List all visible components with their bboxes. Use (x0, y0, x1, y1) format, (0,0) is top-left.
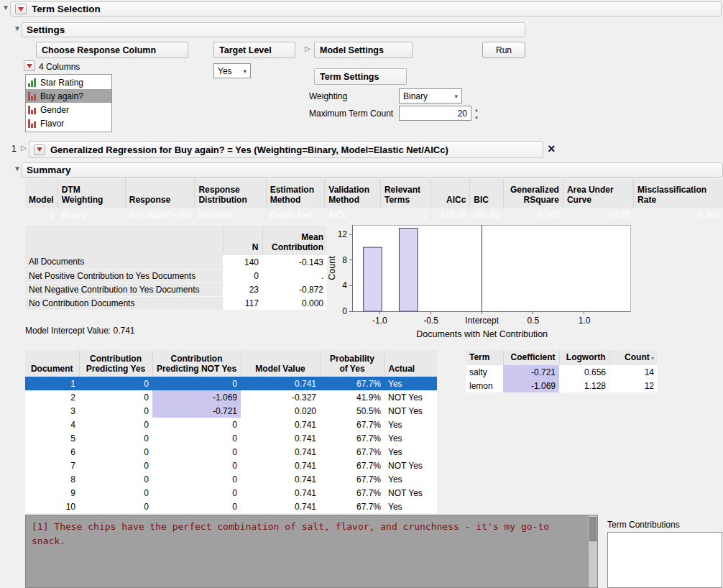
term-cell[interactable]: 14 (609, 365, 658, 379)
document-row[interactable]: 6000.74167.7%Yes (25, 445, 437, 459)
document-cell[interactable]: 0 (79, 377, 152, 390)
summary-cell[interactable]: Binary (57, 208, 125, 221)
document-cell[interactable]: 0 (79, 500, 152, 513)
term-cell[interactable]: 0.656 (559, 365, 609, 379)
term-selection-menu-button[interactable] (15, 4, 27, 14)
document-row[interactable]: 30-0.7210.02050.5%NOT Yes (25, 404, 437, 418)
contribution-cell[interactable]: 140 (223, 255, 262, 269)
column-list-item-gender[interactable]: Gender (26, 103, 111, 116)
term-cell[interactable]: -0.721 (503, 365, 559, 379)
document-cell[interactable]: -0.721 (152, 404, 241, 418)
document-cell[interactable]: 67.7% (320, 459, 384, 472)
document-cell[interactable]: 50.5% (320, 404, 384, 418)
settings-disclosure-triangle[interactable]: ▼ (14, 25, 21, 32)
contribution-cell[interactable]: 0.000 (262, 296, 327, 310)
document-cell[interactable]: 0.741 (241, 431, 320, 445)
document-cell[interactable]: 41.9% (320, 390, 384, 404)
document-cell[interactable]: 67.7% (320, 431, 384, 445)
contribution-row[interactable]: All Documents140-0.143 (25, 255, 327, 269)
document-cell[interactable]: Yes (384, 445, 437, 459)
document-cell[interactable]: 67.7% (320, 472, 384, 486)
term-row[interactable]: salty-0.7210.65614 (466, 365, 658, 379)
spinner-down-button[interactable]: ▾ (472, 114, 481, 121)
contribution-row[interactable]: Net Positive Contribution to Yes Documen… (25, 269, 327, 282)
document-cell[interactable]: 0 (79, 486, 152, 500)
term-cell[interactable]: lemon (466, 379, 503, 392)
document-cell[interactable]: 0.741 (241, 445, 320, 459)
document-row[interactable]: 8000.74167.7%Yes (25, 472, 437, 486)
document-cell[interactable]: 0 (79, 418, 152, 431)
document-row[interactable]: 4000.74167.7%Yes (25, 418, 437, 431)
term-column-header[interactable]: Logworth (559, 350, 609, 365)
document-cell[interactable]: NOT Yes (384, 404, 437, 418)
column-list-item-flavor[interactable]: Flavor (26, 116, 111, 130)
document-cell[interactable]: 0.741 (241, 472, 320, 486)
document-cell[interactable]: -1.069 (152, 390, 241, 404)
close-button[interactable]: × (548, 142, 556, 155)
column-list-item-buy-again[interactable]: Buy again? (26, 89, 111, 103)
summary-cell[interactable]: Buy again?=Yes (125, 208, 195, 221)
document-cell[interactable]: 0 (79, 404, 152, 418)
document-cell[interactable]: 67.7% (320, 377, 384, 390)
document-cell[interactable]: 0 (152, 377, 241, 390)
document-cell[interactable]: 67.7% (320, 486, 384, 500)
summary-cell[interactable]: 0.300 (634, 208, 723, 221)
run-button[interactable]: Run (482, 42, 525, 58)
document-cell[interactable]: 0 (79, 459, 152, 472)
model-settings-disclosure-triangle[interactable]: ▷ (305, 45, 310, 52)
spinner-up-button[interactable]: ▴ (472, 106, 481, 114)
document-cell[interactable]: 2 (25, 390, 79, 404)
document-cell[interactable]: 0.741 (241, 486, 320, 500)
document-row[interactable]: 20-1.069-0.32741.9%NOT Yes (25, 390, 437, 404)
term-cell[interactable]: salty (466, 365, 503, 379)
contribution-cell[interactable]: No Contribution Documents (25, 296, 223, 310)
document-cell[interactable]: 67.7% (320, 500, 384, 513)
document-cell[interactable]: 6 (25, 445, 79, 459)
term-column-header[interactable]: Term (466, 350, 503, 365)
document-cell[interactable]: Yes (384, 431, 437, 445)
contribution-cell[interactable]: 0 (223, 269, 262, 282)
document-cell[interactable]: NOT Yes (384, 486, 437, 500)
document-cell[interactable]: NOT Yes (384, 459, 437, 472)
document-text-area[interactable]: [1] These chips have the perfect combina… (25, 515, 598, 588)
contribution-cell[interactable]: Net Negative Contribution to Yes Documen… (25, 282, 223, 296)
term-column-header[interactable]: Count ▾ (609, 350, 658, 365)
document-cell[interactable]: Yes (384, 472, 437, 486)
document-cell[interactable]: 5 (25, 431, 79, 445)
vertical-scrollbar[interactable] (588, 515, 597, 587)
document-cell[interactable]: 0 (152, 472, 241, 486)
document-cell[interactable]: 67.7% (320, 418, 384, 431)
histogram-bar[interactable] (399, 228, 418, 311)
document-cell[interactable]: 0 (152, 418, 241, 431)
summary-disclosure-triangle[interactable]: ▼ (14, 165, 21, 173)
document-cell[interactable]: 0.741 (241, 459, 320, 472)
document-cell[interactable]: 0 (152, 445, 241, 459)
document-row[interactable]: 10000.74167.7%Yes (25, 500, 437, 513)
document-row[interactable]: 5000.74167.7%Yes (25, 431, 437, 445)
summary-cell[interactable]: 1 (25, 208, 57, 221)
document-cell[interactable]: 0.020 (241, 404, 320, 418)
document-cell[interactable]: 0 (79, 445, 152, 459)
contribution-cell[interactable]: . (262, 269, 327, 282)
contribution-row[interactable]: Net Negative Contribution to Yes Documen… (25, 282, 327, 296)
term-cell[interactable]: 1.128 (559, 379, 609, 392)
term-cell[interactable]: 12 (609, 379, 658, 392)
contribution-cell[interactable]: All Documents (25, 255, 223, 269)
document-cell[interactable]: 3 (25, 404, 79, 418)
document-cell[interactable]: 1 (25, 377, 79, 390)
regression-disclosure-triangle[interactable]: ▷ (21, 144, 27, 152)
document-row[interactable]: 9000.74167.7%NOT Yes (25, 486, 437, 500)
contribution-cell[interactable]: 23 (223, 282, 262, 296)
sort-indicator-icon[interactable]: ▾ (650, 355, 654, 362)
document-row[interactable]: 1000.74167.7%Yes (25, 377, 437, 390)
contribution-cell[interactable]: -0.143 (262, 255, 327, 269)
target-level-select[interactable]: Yes ▾ (213, 63, 251, 78)
summary-cell[interactable]: Elastic Net (266, 208, 325, 221)
columns-menu-button[interactable] (24, 60, 35, 71)
contribution-row[interactable]: No Contribution Documents1170.000 (25, 296, 327, 310)
document-cell[interactable]: Yes (384, 418, 437, 431)
contribution-cell[interactable]: 117 (223, 296, 262, 310)
max-term-count-input[interactable] (399, 106, 471, 121)
term-selection-disclosure-triangle[interactable]: ▼ (2, 4, 9, 12)
document-cell[interactable]: 4 (25, 418, 79, 431)
